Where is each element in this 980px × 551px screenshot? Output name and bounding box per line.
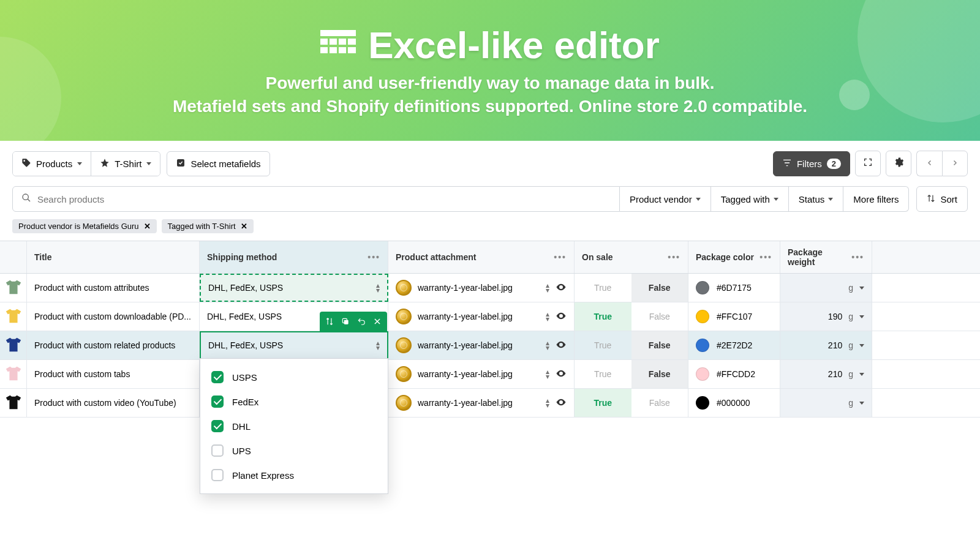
onsale-true[interactable]: True xyxy=(575,331,631,359)
column-menu-icon[interactable]: ••• xyxy=(554,252,567,262)
chevron-down-icon[interactable] xyxy=(859,315,864,318)
select-metafields-button[interactable]: Select metafields xyxy=(167,151,270,176)
stepper-icon[interactable]: ▴▾ xyxy=(376,283,380,293)
dropdown-option[interactable]: FedEx xyxy=(200,389,388,414)
prev-button[interactable] xyxy=(916,151,942,176)
color-cell[interactable]: #000000 xyxy=(688,389,780,417)
table-row[interactable]: Product with custom video (YouTube)▴▾ wa… xyxy=(0,389,980,418)
close-icon[interactable]: ✕ xyxy=(144,222,151,231)
stepper-icon[interactable]: ▴▾ xyxy=(546,312,549,321)
chevron-down-icon[interactable] xyxy=(859,287,864,290)
table-row[interactable]: Product with custom downloadable (PD...D… xyxy=(0,302,980,331)
attachment-cell[interactable]: warranty-1-year-label.jpg ▴▾ xyxy=(388,331,575,359)
col-shipping-header[interactable]: Shipping method••• xyxy=(200,241,388,273)
weight-cell[interactable]: g xyxy=(780,274,872,302)
sort-button[interactable]: Sort xyxy=(916,186,968,212)
close-icon[interactable] xyxy=(370,314,385,329)
vendor-filter-dropdown[interactable]: Product vendor xyxy=(620,186,711,212)
eye-icon[interactable] xyxy=(556,282,567,294)
shipping-method-cell[interactable]: DHL, FedEx, USPS▴▾ xyxy=(200,274,388,302)
product-title-cell[interactable]: Product with custom video (YouTube) xyxy=(27,389,200,417)
onsale-false[interactable]: False xyxy=(631,302,688,331)
table-row[interactable]: Product with custom related productsDHL,… xyxy=(0,331,980,360)
onsale-cell[interactable]: True False xyxy=(575,274,688,302)
stepper-icon[interactable]: ▴▾ xyxy=(376,340,380,350)
shipping-dropdown[interactable]: USPSFedExDHLUPSPlanet Express xyxy=(200,358,388,494)
col-attachment-header[interactable]: Product attachment••• xyxy=(388,241,575,273)
onsale-false[interactable]: False xyxy=(631,331,688,359)
eye-icon[interactable] xyxy=(556,397,567,410)
checkbox-icon[interactable] xyxy=(211,444,224,457)
swap-icon[interactable] xyxy=(322,314,337,329)
more-filters-button[interactable]: More filters xyxy=(843,186,909,212)
attachment-cell[interactable]: warranty-1-year-label.jpg ▴▾ xyxy=(388,360,575,388)
status-filter-dropdown[interactable]: Status xyxy=(789,186,844,212)
onsale-true[interactable]: True xyxy=(575,302,631,331)
chevron-down-icon[interactable] xyxy=(859,402,864,405)
col-weight-header[interactable]: Package weight••• xyxy=(780,241,872,273)
checkbox-icon[interactable] xyxy=(211,371,224,383)
search-box[interactable] xyxy=(12,186,620,212)
eye-icon[interactable] xyxy=(556,339,567,352)
filters-button[interactable]: Filters 2 xyxy=(773,151,850,176)
onsale-false[interactable]: False xyxy=(631,274,688,302)
onsale-true[interactable]: True xyxy=(575,360,631,388)
copy-icon[interactable] xyxy=(338,314,353,329)
dropdown-option[interactable]: USPS xyxy=(200,365,388,389)
col-color-header[interactable]: Package color••• xyxy=(688,241,780,273)
onsale-cell[interactable]: True False xyxy=(575,302,688,331)
color-cell[interactable]: #FFC107 xyxy=(688,302,780,331)
column-menu-icon[interactable]: ••• xyxy=(851,252,864,262)
column-menu-icon[interactable]: ••• xyxy=(668,252,680,262)
checkbox-icon[interactable] xyxy=(211,469,224,481)
col-onsale-header[interactable]: On sale••• xyxy=(575,241,688,273)
table-row[interactable]: Product with custom attributesDHL, FedEx… xyxy=(0,274,980,302)
weight-cell[interactable]: 210g xyxy=(780,331,872,359)
color-cell[interactable]: #2E72D2 xyxy=(688,331,780,359)
chevron-down-icon[interactable] xyxy=(859,344,864,347)
search-input[interactable] xyxy=(37,194,611,204)
col-title-header[interactable]: Title xyxy=(27,241,200,273)
weight-cell[interactable]: 210g xyxy=(780,360,872,388)
attachment-cell[interactable]: warranty-1-year-label.jpg ▴▾ xyxy=(388,302,575,331)
stepper-icon[interactable]: ▴▾ xyxy=(546,398,549,408)
column-menu-icon[interactable]: ••• xyxy=(760,252,772,262)
undo-icon[interactable] xyxy=(354,314,369,329)
product-title-cell[interactable]: Product with custom tabs xyxy=(27,360,200,388)
tshirt-dropdown[interactable]: T-Shirt xyxy=(91,152,160,176)
eye-icon[interactable] xyxy=(556,368,567,381)
column-menu-icon[interactable]: ••• xyxy=(368,252,380,262)
color-cell[interactable]: #FFCDD2 xyxy=(688,360,780,388)
stepper-icon[interactable]: ▴▾ xyxy=(546,340,549,350)
product-title-cell[interactable]: Product with custom downloadable (PD... xyxy=(27,302,200,331)
dropdown-option[interactable]: UPS xyxy=(200,438,388,463)
onsale-false[interactable]: False xyxy=(631,360,688,388)
onsale-true[interactable]: True xyxy=(575,274,631,302)
table-row[interactable]: Product with custom tabs▴▾ warranty-1-ye… xyxy=(0,360,980,389)
tagged-filter-dropdown[interactable]: Tagged with xyxy=(711,186,789,212)
checkbox-icon[interactable] xyxy=(211,395,224,408)
attachment-cell[interactable]: warranty-1-year-label.jpg ▴▾ xyxy=(388,274,575,302)
weight-cell[interactable]: g xyxy=(780,389,872,417)
onsale-cell[interactable]: True False xyxy=(575,331,688,359)
settings-button[interactable] xyxy=(886,151,911,176)
product-title-cell[interactable]: Product with custom related products xyxy=(27,331,200,359)
onsale-cell[interactable]: True False xyxy=(575,360,688,388)
filter-chip[interactable]: Tagged with T-Shirt✕ xyxy=(162,219,254,233)
weight-cell[interactable]: 190g xyxy=(780,302,872,331)
products-dropdown[interactable]: Products xyxy=(13,152,91,176)
shipping-method-cell[interactable]: DHL, FedEx, USPS▴▾ USPSFedExDHLUPSPlanet… xyxy=(200,331,388,359)
color-cell[interactable]: #6D7175 xyxy=(688,274,780,302)
onsale-cell[interactable]: True False xyxy=(575,389,688,417)
chevron-down-icon[interactable] xyxy=(859,373,864,376)
dropdown-option[interactable]: Planet Express xyxy=(200,463,388,487)
eye-icon[interactable] xyxy=(556,310,567,323)
onsale-true[interactable]: True xyxy=(575,389,631,417)
close-icon[interactable]: ✕ xyxy=(241,222,247,231)
onsale-false[interactable]: False xyxy=(631,389,688,417)
stepper-icon[interactable]: ▴▾ xyxy=(546,369,549,379)
checkbox-icon[interactable] xyxy=(211,420,224,432)
filter-chip[interactable]: Product vendor is Metafields Guru✕ xyxy=(12,219,157,233)
fullscreen-button[interactable] xyxy=(855,151,881,176)
product-title-cell[interactable]: Product with custom attributes xyxy=(27,274,200,302)
